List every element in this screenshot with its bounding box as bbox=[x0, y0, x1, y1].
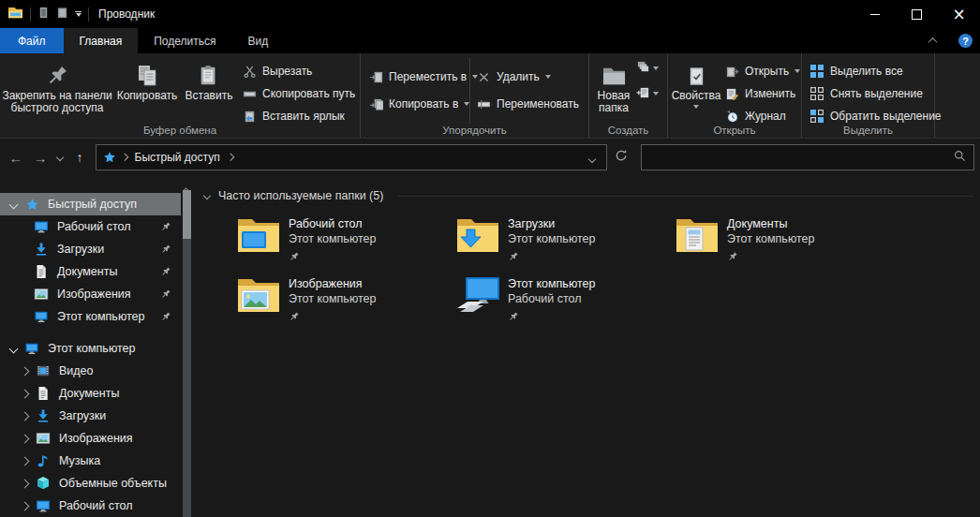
copy-path-button[interactable]: Скопировать путь bbox=[242, 86, 355, 101]
select-all-button[interactable]: Выделить все bbox=[809, 64, 942, 79]
back-button[interactable]: ← bbox=[4, 145, 28, 170]
sidebar-item-quick-access[interactable]: Быстрый доступ bbox=[0, 193, 181, 215]
customize-toolbar-chevron-icon[interactable] bbox=[75, 11, 82, 17]
address-dropdown-button[interactable] bbox=[582, 149, 602, 166]
window-title: Проводник bbox=[98, 7, 155, 21]
pin-to-quick-access-label: Закрепить на панели быстрого доступа bbox=[2, 90, 112, 114]
chevron-down-icon[interactable] bbox=[7, 346, 19, 352]
tile-desktop[interactable]: Рабочий стол Этот компьютер bbox=[236, 215, 455, 275]
navigation-bar: ← → ↑ Быстрый доступ bbox=[0, 139, 980, 176]
new-item-button[interactable] bbox=[636, 85, 659, 102]
chevron-right-icon[interactable] bbox=[19, 436, 30, 442]
sidebar-item-documents-pc[interactable]: Документы bbox=[0, 382, 181, 405]
search-icon[interactable] bbox=[954, 149, 966, 166]
easy-access-button[interactable] bbox=[636, 60, 659, 77]
refresh-button[interactable] bbox=[607, 144, 635, 170]
properties-label: Свойства bbox=[672, 90, 721, 102]
tab-share[interactable]: Поделиться bbox=[138, 28, 231, 53]
section-collapse-chevron-icon[interactable] bbox=[203, 192, 211, 199]
rename-button[interactable]: Переименовать bbox=[476, 96, 579, 111]
maximize-button[interactable] bbox=[896, 0, 938, 28]
sidebar-item-desktop[interactable]: Рабочий стол bbox=[0, 215, 181, 238]
sidebar-item-video[interactable]: Видео bbox=[0, 360, 181, 382]
folder-desktop-icon bbox=[236, 215, 281, 258]
new-folder-button[interactable]: Новая папка bbox=[591, 56, 636, 124]
tab-file[interactable]: Файл bbox=[0, 28, 64, 53]
invert-selection-button[interactable]: Обратить выделение bbox=[809, 109, 942, 124]
tile-pictures[interactable]: Изображения Этот компьютер bbox=[236, 275, 455, 335]
chevron-down-icon[interactable] bbox=[7, 201, 19, 208]
edit-button[interactable]: Изменить bbox=[724, 86, 800, 101]
files-pane: Часто используемые папки (5) Рабочий сто… bbox=[193, 176, 980, 517]
help-icon[interactable]: ? bbox=[958, 34, 973, 48]
paste-button[interactable]: Вставить bbox=[182, 56, 236, 124]
delete-button[interactable]: Удалить bbox=[476, 69, 579, 84]
select-none-icon bbox=[809, 86, 824, 101]
sidebar-scrollbar[interactable] bbox=[181, 176, 193, 517]
chevron-right-icon[interactable] bbox=[19, 368, 30, 375]
close-button[interactable]: × bbox=[938, 0, 980, 28]
separator bbox=[30, 7, 31, 22]
sidebar-item-music[interactable]: Музыка bbox=[0, 450, 181, 472]
qat-new-folder-icon[interactable] bbox=[56, 6, 68, 22]
sidebar-item-pictures[interactable]: Изображения bbox=[0, 283, 181, 305]
pin-icon bbox=[160, 288, 171, 303]
paste-shortcut-button[interactable]: Вставить ярлык bbox=[242, 109, 355, 124]
recent-locations-button[interactable] bbox=[52, 145, 67, 170]
sidebar-item-label: Рабочий стол bbox=[59, 499, 132, 512]
sidebar-item-documents[interactable]: Документы bbox=[0, 260, 181, 283]
chevron-right-icon[interactable] bbox=[19, 503, 30, 510]
sidebar-item-pictures-pc[interactable]: Изображения bbox=[0, 427, 181, 450]
scrollbar-track[interactable] bbox=[183, 190, 191, 517]
cut-button[interactable]: Вырезать bbox=[242, 64, 355, 79]
chevron-right-icon[interactable] bbox=[19, 391, 30, 397]
select-none-button[interactable]: Снять выделение bbox=[809, 86, 942, 101]
ribbon: Закрепить на панели быстрого доступа Коп… bbox=[0, 53, 980, 139]
history-button[interactable]: Журнал bbox=[724, 109, 800, 124]
chevron-right-icon bbox=[227, 154, 234, 161]
music-icon bbox=[36, 453, 51, 468]
documents-icon bbox=[34, 264, 49, 279]
edit-icon bbox=[724, 86, 739, 101]
pin-to-quick-access-button[interactable]: Закрепить на панели быстрого доступа bbox=[2, 56, 112, 124]
sidebar-item-label: Видео bbox=[59, 364, 94, 377]
sidebar-item-this-pc[interactable]: Этот компьютер bbox=[0, 337, 181, 360]
properties-button[interactable]: Свойства bbox=[670, 56, 722, 124]
tab-home[interactable]: Главная bbox=[64, 28, 139, 53]
desktop-icon bbox=[34, 219, 49, 234]
tile-this-pc[interactable]: Этот компьютер Рабочий стол bbox=[455, 275, 675, 335]
paste-icon bbox=[198, 58, 220, 88]
tile-downloads[interactable]: Загрузки Этот компьютер bbox=[455, 215, 675, 275]
select-all-label: Выделить все bbox=[830, 65, 903, 78]
search-box[interactable] bbox=[641, 144, 974, 170]
sidebar-item-downloads[interactable]: Загрузки bbox=[0, 238, 181, 260]
3d-objects-icon bbox=[36, 476, 51, 491]
sidebar-item-this-pc-pinned[interactable]: Этот компьютер bbox=[0, 305, 181, 328]
copy-to-button[interactable]: Копировать в bbox=[368, 96, 468, 111]
tab-view[interactable]: Вид bbox=[231, 28, 284, 53]
address-bar[interactable]: Быстрый доступ bbox=[96, 144, 607, 170]
up-button[interactable]: ↑ bbox=[67, 145, 92, 170]
ribbon-tab-bar: Файл Главная Поделиться Вид ? bbox=[0, 28, 980, 53]
sidebar-item-desktop-pc[interactable]: Рабочий стол bbox=[0, 495, 181, 517]
sidebar-item-label: Загрузки bbox=[59, 409, 106, 422]
scrollbar-thumb[interactable] bbox=[183, 190, 191, 239]
search-input[interactable] bbox=[649, 150, 954, 165]
chevron-right-icon[interactable] bbox=[19, 480, 30, 487]
move-to-button[interactable]: Переместить в bbox=[368, 69, 468, 84]
chevron-right-icon[interactable] bbox=[19, 458, 30, 465]
copy-button[interactable]: Копировать bbox=[112, 56, 182, 124]
sidebar-item-3d-objects[interactable]: Объемные объекты bbox=[0, 472, 181, 495]
breadcrumb-quick-access[interactable]: Быстрый доступ bbox=[130, 151, 225, 164]
documents-icon bbox=[36, 386, 51, 401]
tile-documents[interactable]: Документы Этот компьютер bbox=[675, 215, 894, 275]
title-bar: Проводник × bbox=[0, 0, 980, 28]
sidebar-item-downloads-pc[interactable]: Загрузки bbox=[0, 405, 181, 427]
collapse-ribbon-chevron-icon[interactable] bbox=[928, 37, 938, 47]
forward-button[interactable]: → bbox=[28, 145, 52, 170]
group-label-select: Выделить bbox=[802, 125, 934, 136]
minimize-button[interactable] bbox=[854, 0, 896, 28]
chevron-right-icon[interactable] bbox=[19, 413, 30, 420]
qat-properties-icon[interactable] bbox=[37, 6, 50, 22]
open-button[interactable]: Открыть bbox=[724, 64, 800, 79]
